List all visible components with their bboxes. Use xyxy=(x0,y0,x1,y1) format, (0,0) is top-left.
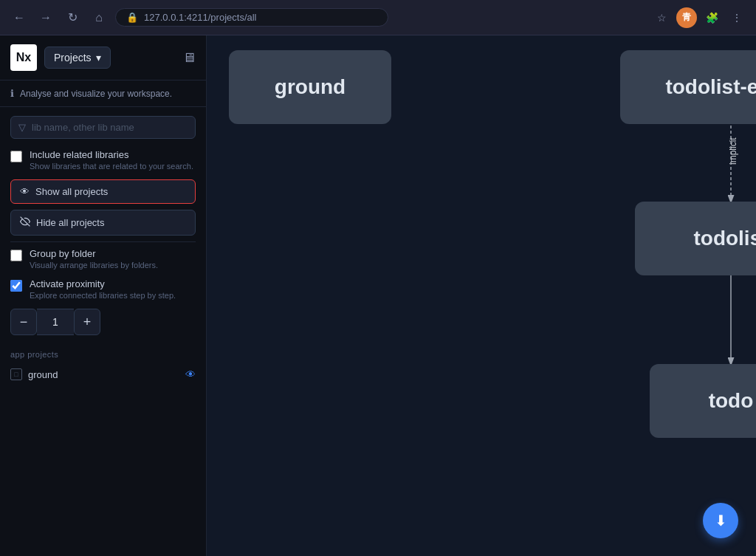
activate-proximity-sub: Explore connected libraries step by step… xyxy=(30,291,176,300)
project-name: ground xyxy=(28,369,58,380)
group-by-folder-label: Group by folder xyxy=(30,248,158,259)
list-item-left: □ ground xyxy=(10,368,58,380)
sidebar-header: Nx Projects ▾ 🖥 xyxy=(0,35,206,80)
node-ground-label: ground xyxy=(275,75,346,99)
monitor-button[interactable]: 🖥 xyxy=(182,50,196,66)
back-button[interactable]: ← xyxy=(9,7,30,28)
node-todo[interactable]: todo xyxy=(650,364,756,438)
hide-all-projects-button[interactable]: Hide all projects xyxy=(10,210,196,236)
profile-icon[interactable]: 青 xyxy=(676,7,697,28)
activate-proximity-label: Activate proximity xyxy=(30,278,176,289)
include-related-sub: Show libraries that are related to your … xyxy=(30,162,193,171)
project-eye-button[interactable]: 👁 xyxy=(185,368,196,380)
list-item[interactable]: □ ground 👁 xyxy=(0,363,206,385)
activate-proximity-row: Activate proximity Explore connected lib… xyxy=(10,278,196,300)
url-text: 127.0.0.1:4211/projects/all xyxy=(144,12,257,23)
browser-chrome: ← → ↻ ⌂ 🔒 127.0.0.1:4211/projects/all ☆ … xyxy=(0,0,756,35)
stepper-row: − 1 + xyxy=(10,309,196,335)
group-by-folder-row: Group by folder Visually arrange librari… xyxy=(10,248,196,270)
projects-dropdown-button[interactable]: Projects ▾ xyxy=(44,47,111,69)
eye-slash-icon xyxy=(20,216,30,229)
filter-section: ▽ Include related libraries Show librari… xyxy=(0,107,206,344)
group-by-folder-sub: Visually arrange libraries by folders. xyxy=(30,261,158,270)
lock-icon: 🔒 xyxy=(126,12,138,23)
file-icon: □ xyxy=(10,368,22,380)
stepper-value: 1 xyxy=(37,309,74,335)
projects-label: Projects xyxy=(54,52,92,64)
include-related-label-group: Include related libraries Show libraries… xyxy=(30,149,193,171)
stepper-plus-button[interactable]: + xyxy=(74,309,100,335)
activate-proximity-label-group: Activate proximity Explore connected lib… xyxy=(30,278,176,300)
eye-icon: 👁 xyxy=(20,186,30,197)
include-related-checkbox[interactable] xyxy=(10,151,22,162)
node-todolist[interactable]: todolist xyxy=(635,202,756,275)
show-all-label: Show all projects xyxy=(35,186,108,197)
include-related-label: Include related libraries xyxy=(30,149,193,160)
info-text: Analyse and visualize your workspace. xyxy=(20,89,172,99)
show-all-projects-button[interactable]: 👁 Show all projects xyxy=(10,179,196,204)
download-fab-button[interactable]: ⬇ xyxy=(703,503,738,538)
more-icon[interactable]: ⋮ xyxy=(726,7,747,28)
extension-icon[interactable]: 🧩 xyxy=(701,7,722,28)
sidebar: Nx Projects ▾ 🖥 ℹ Analyse and visualize … xyxy=(0,35,207,556)
chevron-down-icon: ▾ xyxy=(96,52,101,64)
download-icon: ⬇ xyxy=(715,512,727,529)
group-by-folder-checkbox[interactable] xyxy=(10,250,22,261)
include-related-row: Include related libraries Show libraries… xyxy=(10,149,196,171)
nx-logo: Nx xyxy=(10,44,37,71)
group-by-folder-label-group: Group by folder Visually arrange librari… xyxy=(30,248,158,270)
activate-proximity-checkbox[interactable] xyxy=(10,280,22,292)
main-canvas: implicit ground todolist-e2e todolist to… xyxy=(207,35,756,556)
node-todo-label: todo xyxy=(709,389,754,413)
project-list: □ ground 👁 xyxy=(0,363,206,385)
app-layout: Nx Projects ▾ 🖥 ℹ Analyse and visualize … xyxy=(0,35,756,556)
forward-button[interactable]: → xyxy=(35,7,56,28)
stepper-minus-button[interactable]: − xyxy=(10,309,37,335)
filter-input[interactable] xyxy=(32,122,188,133)
node-todolist-label: todolist xyxy=(693,227,756,250)
divider-1 xyxy=(10,241,196,242)
browser-actions: ☆ 青 🧩 ⋮ xyxy=(651,7,747,28)
home-button[interactable]: ⌂ xyxy=(89,7,109,28)
node-ground[interactable]: ground xyxy=(229,50,391,124)
filter-icon: ▽ xyxy=(18,122,26,133)
node-todolist-e2e[interactable]: todolist-e2e xyxy=(620,50,756,124)
filter-input-wrap[interactable]: ▽ xyxy=(10,116,196,139)
app-projects-title: app projects xyxy=(0,344,206,363)
node-todolist-e2e-label: todolist-e2e xyxy=(665,75,756,99)
hide-all-label: Hide all projects xyxy=(36,217,105,228)
star-icon[interactable]: ☆ xyxy=(651,7,672,28)
reload-button[interactable]: ↻ xyxy=(62,7,83,28)
sidebar-info: ℹ Analyse and visualize your workspace. xyxy=(0,80,206,107)
edge-label-implicit: implicit xyxy=(728,137,738,165)
info-icon: ℹ xyxy=(10,88,14,99)
address-bar[interactable]: 🔒 127.0.0.1:4211/projects/all xyxy=(115,8,388,27)
